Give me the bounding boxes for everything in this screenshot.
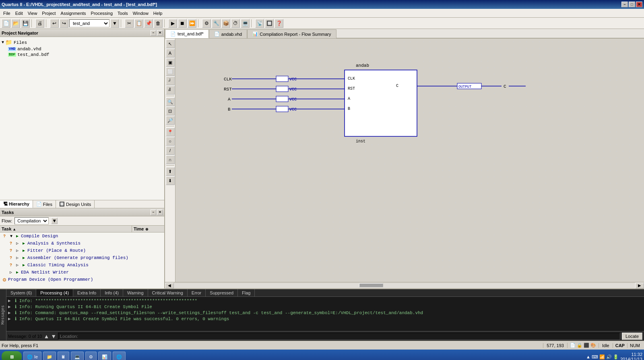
nav-testand-file[interactable]: BDF test_and.bdf: [8, 52, 163, 58]
expand-icon-4[interactable]: ▷: [14, 262, 20, 268]
h-scrollbar[interactable]: ◀ ▶: [165, 282, 644, 288]
zoom-fit-tool[interactable]: ⊡: [166, 107, 175, 115]
timing-button[interactable]: ⏱: [231, 19, 240, 28]
task-assembler[interactable]: ? ▷ ▶ Assembler (Generate programming fi…: [0, 254, 164, 261]
task-timing[interactable]: ? ▷ ▶ Classic Timing Analysis: [0, 261, 164, 269]
task-program[interactable]: ⚙ Program Device (Open Programmer): [0, 276, 164, 283]
undo-button[interactable]: ↩: [50, 19, 59, 28]
msg-down-arrow[interactable]: ▼: [51, 333, 56, 339]
paste-button[interactable]: 📌: [144, 19, 153, 28]
msg-tab-flag[interactable]: Flag: [238, 289, 255, 296]
play-icon-2[interactable]: ▶: [21, 248, 27, 253]
expand-icon-3[interactable]: ▷: [14, 255, 20, 261]
scroll-right-button[interactable]: ▶: [635, 283, 644, 288]
taskbar-app-prog[interactable]: ⚙: [85, 352, 97, 360]
expand-0[interactable]: ▶: [8, 298, 11, 303]
save-button[interactable]: 💾: [21, 19, 30, 28]
print-button[interactable]: 🖨: [35, 19, 44, 28]
menu-help[interactable]: Help: [151, 9, 165, 17]
play-icon-0[interactable]: ▶: [14, 233, 20, 239]
panel-close-button[interactable]: ✕: [157, 30, 163, 36]
msg-tab-warning[interactable]: Warning: [123, 289, 148, 296]
project-selector[interactable]: test_and: [69, 19, 109, 27]
stop-button[interactable]: ⏹: [178, 19, 187, 28]
menu-edit[interactable]: Edit: [13, 9, 25, 17]
msg-tab-processing[interactable]: Processing (4): [36, 289, 73, 296]
tab-andab-vhd[interactable]: 📄 andab.vhd: [209, 29, 247, 38]
fit-button[interactable]: 🔧: [212, 19, 221, 28]
tab-compilation-report[interactable]: 📊 Compilation Report - Flow Summary: [247, 29, 336, 38]
tab-testand-bdf[interactable]: 📄 test_and.bdf*: [165, 29, 209, 38]
minimize-button[interactable]: −: [621, 2, 628, 7]
line-tool[interactable]: /: [166, 146, 175, 155]
msg-tab-critical[interactable]: Critical Warning: [148, 289, 188, 296]
assemble-button[interactable]: 📦: [221, 19, 230, 28]
expand-3[interactable]: ▶: [8, 317, 11, 321]
chip-editor-button[interactable]: 🔲: [265, 19, 274, 28]
menu-tools[interactable]: Tools: [115, 9, 130, 17]
text-tool[interactable]: A: [166, 49, 175, 58]
cut-button[interactable]: ✂: [125, 19, 134, 28]
taskbar-app-folder[interactable]: 📁: [43, 352, 56, 360]
menu-project[interactable]: Project: [39, 9, 58, 17]
find-tool[interactable]: 🔎: [166, 116, 175, 125]
wire-tool[interactable]: ┘: [166, 76, 175, 85]
msg-tab-extrainfo[interactable]: Extra Info: [73, 289, 101, 296]
program-button[interactable]: 💻: [241, 19, 250, 28]
msg-up-arrow[interactable]: ▲: [43, 333, 49, 339]
expand-icon-5[interactable]: ▷: [8, 269, 14, 275]
tab-design-units[interactable]: 🔲 Design Units: [56, 200, 95, 208]
flow-dropdown-button[interactable]: ▼: [51, 218, 58, 224]
play-icon-1[interactable]: ▶: [21, 241, 27, 246]
symbol-tool[interactable]: ▣: [166, 58, 175, 67]
play-icon-4[interactable]: ▶: [21, 262, 27, 268]
menu-view[interactable]: View: [25, 9, 40, 17]
help-button[interactable]: ❓: [275, 19, 283, 28]
expand-icon-0[interactable]: ▼: [8, 233, 14, 239]
expand-2[interactable]: ▶: [8, 311, 11, 315]
arc-tool[interactable]: ∩: [166, 155, 175, 164]
signaltap-button[interactable]: 📡: [255, 19, 264, 28]
assign-tool[interactable]: 📍: [166, 128, 175, 136]
menu-processing[interactable]: Processing: [89, 9, 115, 17]
nav-andab-file[interactable]: VHD andab.vhd: [8, 46, 163, 52]
scroll-up-tool[interactable]: ⬆: [166, 167, 175, 176]
redo-button[interactable]: ↪: [60, 19, 68, 28]
menu-file[interactable]: File: [1, 9, 13, 17]
msg-tab-suppressed[interactable]: Suppressed: [206, 289, 238, 296]
taskbar-app-ie[interactable]: 🌐 Ie: [23, 352, 41, 360]
copy-button[interactable]: 📋: [134, 19, 143, 28]
expand-1[interactable]: ▶: [8, 304, 11, 309]
location-input[interactable]: [58, 333, 620, 340]
zoom-in-tool[interactable]: 🔍: [166, 97, 175, 106]
new-button[interactable]: 📄: [2, 19, 10, 28]
task-compile-design[interactable]: ? ▼ ▶ Compile Design: [0, 232, 164, 240]
task-sort-icon[interactable]: ▲: [12, 227, 16, 231]
time-sort-icon[interactable]: ⊕: [145, 227, 149, 231]
msg-tab-error[interactable]: Error: [188, 289, 206, 296]
panel-minimize-button[interactable]: −: [151, 30, 156, 36]
locate-button[interactable]: Locate: [622, 333, 642, 340]
expand-icon-2[interactable]: ▷: [14, 248, 20, 253]
select-tool[interactable]: ↖: [166, 39, 175, 48]
flow-selector[interactable]: Compilation: [14, 217, 49, 224]
tab-files[interactable]: 📄 Files: [33, 200, 56, 208]
tasks-close-button[interactable]: ✕: [157, 210, 163, 215]
taskbar-app-explorer[interactable]: 💻: [71, 352, 84, 360]
scroll-left-button[interactable]: ◀: [165, 283, 174, 288]
messages-side-label[interactable]: Messages: [0, 289, 6, 341]
menu-assignments[interactable]: Assignments: [58, 9, 89, 17]
block-tool[interactable]: ⬜: [166, 67, 175, 76]
taskbar-app-chart[interactable]: 📊: [98, 352, 111, 360]
h-scrollbar-track[interactable]: [174, 283, 635, 288]
taskbar-app-network[interactable]: 🌐: [113, 352, 126, 360]
schematic-view[interactable]: CLK VCC RST VCC A VCC: [175, 39, 644, 282]
taskbar-app-calc[interactable]: 🖩: [58, 352, 69, 360]
task-analysis[interactable]: ? ▷ ▶ Analysis & Synthesis: [0, 240, 164, 247]
close-button[interactable]: ✕: [636, 2, 642, 7]
msg-tab-info[interactable]: Info (4): [101, 289, 123, 296]
delete-button[interactable]: 🗑: [154, 19, 163, 28]
h-scrollbar-thumb[interactable]: [359, 283, 383, 287]
analyze-button[interactable]: ⚙: [202, 19, 211, 28]
bus-tool[interactable]: ╝: [166, 86, 175, 95]
